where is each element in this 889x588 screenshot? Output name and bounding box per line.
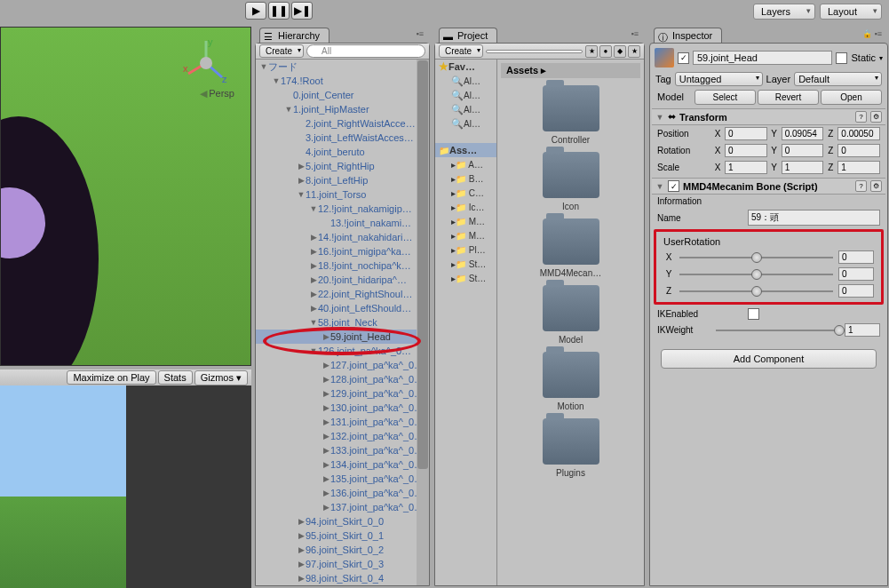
hierarchy-item[interactable]: ▼58.joint_Neck [256,315,429,330]
hierarchy-search-input[interactable]: All [306,44,425,58]
hierarchy-item[interactable]: ▶131.joint_pa^ka^_0… [256,415,429,429]
rotation-x-field[interactable]: 0 [725,144,767,157]
hierarchy-item[interactable]: ▶98.joint_Skirt_0_4 [256,571,429,585]
hierarchy-item[interactable]: ▼174.!Root [256,74,429,88]
object-name-field[interactable]: 59.joint_Head [693,51,832,65]
hierarchy-item[interactable]: ▶96.joint_Skirt_0_2 [256,543,429,557]
project-search-input[interactable] [486,50,583,53]
hierarchy-item[interactable]: ▶8.joint_LeftHip [256,173,429,187]
project-folder-tree[interactable]: ★ Fav… 🔍 Al…🔍 Al…🔍 Al…🔍 Al… 📁 Ass… ▸📁 A…… [435,60,497,585]
hierarchy-item[interactable]: ▶132.joint_pa^ka^_0… [256,429,429,443]
maximize-on-play-toggle[interactable]: Maximize on Play [67,370,155,385]
hierarchy-item[interactable]: ▶136.joint_pa^ka^_0… [256,486,429,500]
position-y-field[interactable]: 0.09054 [782,127,824,140]
hierarchy-item[interactable]: ▶128.joint_pa^ka^_0… [256,372,429,386]
favorite-item[interactable]: 🔍 Al… [435,88,496,102]
step-button[interactable]: ▶❚ [291,2,313,20]
hierarchy-item[interactable]: ▼12.!joint_nakamigip… [256,202,429,216]
favorite-item[interactable]: 🔍 Al… [435,74,496,88]
projection-label[interactable]: ◀ Persp [200,88,234,99]
hierarchy-item[interactable]: ▶130.joint_pa^ka^_0… [256,401,429,415]
hierarchy-item[interactable]: ▶129.joint_pa^ka^_0… [256,386,429,401]
folder-tree-item[interactable]: ▸📁 M… [435,228,496,242]
hierarchy-item[interactable]: ▶18.!joint_nochipa^k… [256,258,429,273]
user-rotation-z-field[interactable]: 0 [838,284,874,298]
play-button[interactable]: ▶ [245,2,266,20]
breadcrumb[interactable]: Assets ▸ [501,63,640,78]
hierarchy-item[interactable]: ▶14.!joint_nakahidari… [256,230,429,244]
hierarchy-item[interactable]: ▼11.joint_Torso [256,187,429,202]
gizmos-dropdown[interactable]: Gizmos ▾ [194,370,248,385]
user-rotation-y-slider[interactable] [679,268,833,281]
folder-tree-item[interactable]: ▸📁 B… [435,171,496,186]
hierarchy-item[interactable]: ▶22.joint_RightShoul… [256,287,429,301]
hierarchy-item[interactable]: 2.joint_RightWaistAcce… [256,116,429,131]
project-create-dropdown[interactable]: Create [439,44,483,58]
hierarchy-item[interactable]: ▶97.joint_Skirt_0_3 [256,557,429,571]
help-icon[interactable]: ? [855,111,867,123]
favorite-item[interactable]: 🔍 Al… [435,102,496,116]
asset-folder[interactable]: MMD4Mecan… [508,219,633,278]
hierarchy-item[interactable]: ▶127.joint_pa^ka^_0… [256,358,429,372]
favorite-item[interactable]: 🔍 Al… [435,116,496,131]
asset-folder[interactable]: Controller [508,85,633,145]
hierarchy-item[interactable]: 0.joint_Center [256,88,429,102]
gameobject-icon[interactable] [655,48,674,68]
project-options-icon[interactable]: ▪≡ [631,29,639,38]
rotation-z-field[interactable]: 0 [837,144,880,157]
inspector-tab[interactable]: ⓘ Inspector [654,28,722,43]
hierarchy-item[interactable]: ▶16.!joint_migipa^ka… [256,244,429,258]
asset-folder[interactable]: Plugins [508,418,633,478]
hierarchy-item[interactable]: ▶94.joint_Skirt_0_0 [256,514,429,528]
folder-tree-item[interactable]: ▸📁 St… [435,271,496,285]
hierarchy-item[interactable]: 13.!joint_nakami… [256,216,429,230]
folder-tree-item[interactable]: ▸📁 A… [435,157,496,171]
hierarchy-item[interactable]: ▼126.joint_pa^ka^_0… [256,344,429,358]
pause-button[interactable]: ❚❚ [268,2,290,20]
hierarchy-tab[interactable]: ☰ Hierarchy [259,28,329,43]
hierarchy-create-dropdown[interactable]: Create [259,44,304,58]
scene-view[interactable]: y x z ◀ Persp [1,28,250,365]
hierarchy-item[interactable]: ▶137.joint_pa^ka^_0… [256,500,429,514]
hierarchy-item[interactable]: ▶135.joint_pa^ka^_0… [256,472,429,486]
user-rotation-x-field[interactable]: 0 [838,250,874,264]
hierarchy-item[interactable]: 3.joint_LeftWaistAcces… [256,131,429,145]
layers-dropdown[interactable]: Layers [753,4,815,20]
project-asset-grid[interactable]: Assets ▸ ControllerIconMMD4Mecan…ModelMo… [497,60,644,585]
hierarchy-item[interactable]: ▶5.joint_RightHip [256,159,429,173]
hierarchy-item[interactable]: ▶134.joint_pa^ka^_0… [256,457,429,472]
select-button[interactable]: Select [695,90,756,105]
hierarchy-options-icon[interactable]: ▪≡ [417,29,424,38]
hierarchy-item[interactable]: ▼1.joint_HipMaster [256,102,429,116]
user-rotation-z-slider[interactable] [679,285,833,298]
layout-dropdown[interactable]: Layout [820,4,882,20]
folder-tree-item[interactable]: ▸📁 Pl… [435,242,496,257]
user-rotation-x-slider[interactable] [679,251,833,264]
bone-name-field[interactable]: 59：頭 [748,210,880,226]
disclosure-icon[interactable]: ▼ [655,182,664,191]
layer-dropdown[interactable]: Default [794,72,882,86]
search-filter-icon[interactable]: ★ [585,45,598,58]
search-type-icon[interactable]: ● [599,45,612,58]
folder-tree-item[interactable]: ▸📁 St… [435,257,496,271]
project-tab[interactable]: ▬ Project [439,28,497,43]
search-save-icon[interactable]: ★ [628,45,640,58]
open-button[interactable]: Open [821,90,882,105]
hierarchy-item[interactable]: ▼フード [256,60,429,74]
tag-dropdown[interactable]: Untagged [675,72,763,86]
gear-icon[interactable]: ⚙ [870,180,882,192]
scale-x-field[interactable]: 1 [725,161,767,174]
stats-toggle[interactable]: Stats [158,370,193,385]
position-z-field[interactable]: 0.00050 [837,127,880,140]
user-rotation-y-field[interactable]: 0 [838,267,874,281]
folder-tree-item[interactable]: ▸📁 Ic… [435,200,496,214]
help-icon[interactable]: ? [855,180,867,192]
asset-folder[interactable]: Icon [508,152,633,211]
hierarchy-item[interactable]: 4.joint_beruto [256,145,429,159]
asset-folder[interactable]: Motion [508,352,633,411]
scene-gizmo[interactable]: y x z [179,36,233,90]
search-label-icon[interactable]: ◆ [614,45,626,58]
scale-z-field[interactable]: 1 [837,161,880,174]
hierarchy-item[interactable]: ▶40.joint_LeftShould… [256,301,429,315]
hierarchy-item[interactable]: ▶20.!joint_hidaripa^… [256,273,429,287]
